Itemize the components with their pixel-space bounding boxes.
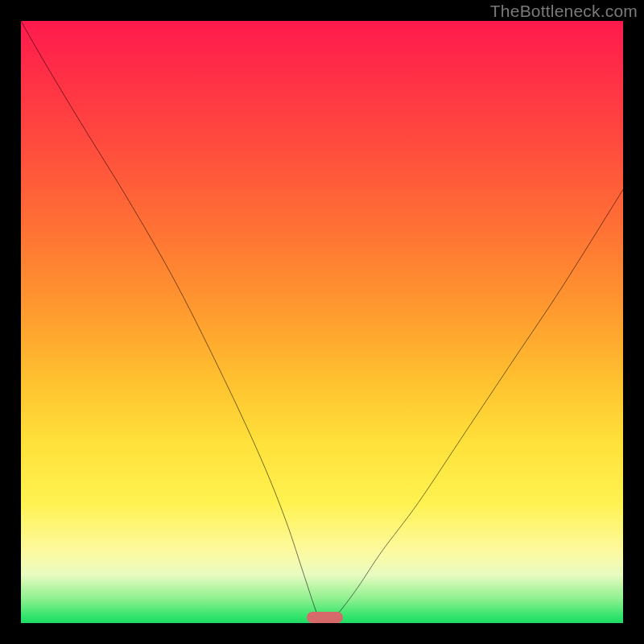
plot-area [21,21,623,623]
chart-frame: TheBottleneck.com [0,0,644,644]
watermark-text: TheBottleneck.com [490,2,638,21]
bottleneck-curve [21,21,623,623]
minimum-marker [307,612,343,623]
curve-layer [21,21,623,623]
